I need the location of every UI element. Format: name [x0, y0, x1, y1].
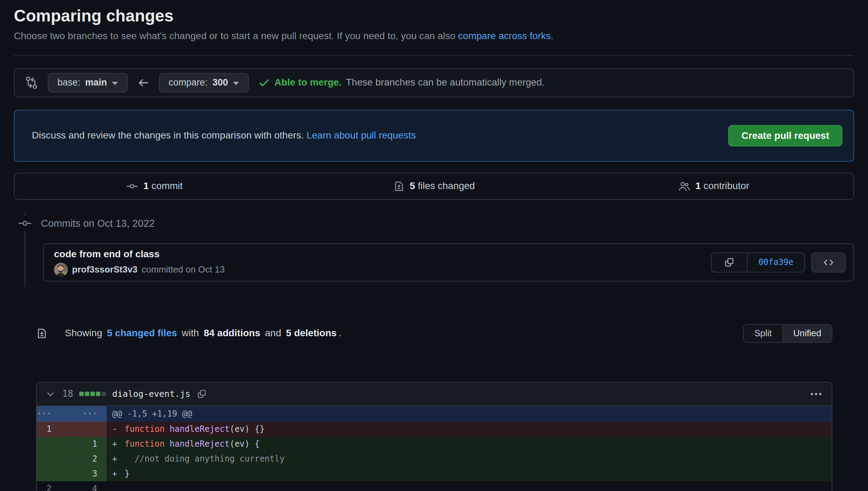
diff-row: 2+ //not doing anything currently — [37, 452, 832, 466]
git-commit-icon — [18, 216, 32, 231]
code-line: @@ -1,5 +1,19 @@ — [107, 406, 832, 422]
commits-date-title: Commits on Oct 13, 2022 — [41, 216, 155, 231]
merge-status-ok: Able to merge. — [274, 75, 342, 90]
banner-message: Discuss and review the changes in this c… — [32, 130, 307, 141]
showing-prefix: Showing — [65, 326, 105, 340]
copy-file-path-button[interactable] — [197, 389, 207, 399]
code-line: + //not doing anything currently — [107, 452, 832, 466]
compare-branch-dropdown[interactable]: compare: 300 — [159, 73, 249, 92]
chevron-down-icon[interactable] — [45, 389, 56, 400]
file-changes-count: 18 — [62, 387, 73, 401]
banner-text: Discuss and review the changes in this c… — [32, 128, 416, 143]
commit-sha-group: 00fa39e — [711, 252, 805, 273]
compare-branch-label: compare: — [169, 77, 208, 88]
old-line-number[interactable] — [37, 452, 72, 466]
new-line-number[interactable]: 3 — [72, 466, 107, 481]
new-line-number[interactable] — [72, 422, 107, 437]
diffstat-block — [90, 392, 95, 396]
base-branch-label: base: — [57, 77, 80, 88]
additions-count: 84 additions — [204, 326, 260, 340]
commits-label: commit — [152, 180, 183, 191]
base-branch-value: main — [85, 77, 107, 88]
comparison-stats-bar: 1 commit 5 files changed 1 contributor — [14, 173, 854, 200]
commit-author-link[interactable]: prof3ssorSt3v3 — [72, 263, 137, 276]
diff-marker: + — [112, 453, 125, 465]
code-icon — [822, 256, 835, 269]
code-line: +} — [107, 466, 832, 481]
commits-stat[interactable]: 1 commit — [15, 179, 294, 193]
code-token — [165, 423, 170, 435]
contributors-stat[interactable]: 1 contributor — [574, 179, 853, 193]
learn-about-pull-requests-link[interactable]: Learn about pull requests — [307, 130, 416, 141]
browse-repository-button[interactable] — [811, 252, 846, 273]
new-line-number[interactable]: 4 — [72, 481, 107, 491]
commits-group-header: Commits on Oct 13, 2022 — [14, 216, 854, 231]
subtitle-text: Choose two branches to see what’s change… — [14, 30, 458, 41]
new-line-number[interactable]: 2 — [72, 452, 107, 466]
stat-text: 1 contributor — [695, 179, 749, 193]
commit-title-link[interactable]: code from end of class — [54, 248, 225, 260]
merge-status: Able to merge. These branches can be aut… — [258, 75, 545, 90]
new-line-number[interactable]: ··· — [72, 406, 107, 422]
period-text: . — [339, 326, 342, 340]
diff-row: 3+} — [37, 466, 832, 481]
compare-across-forks-link[interactable]: compare across forks. — [458, 30, 553, 41]
compare-page: Comparing changes Choose two branches to… — [0, 6, 868, 491]
base-branch-dropdown[interactable]: base: main — [48, 73, 128, 92]
diff-row: 1-function handleReject(ev) {} — [37, 422, 832, 437]
new-line-number[interactable]: 1 — [72, 437, 107, 452]
files-count: 5 — [410, 180, 415, 191]
merge-status-detail: These branches can be automatically merg… — [346, 75, 544, 90]
commit-info: code from end of class prof3ssorSt3v3 — [54, 248, 225, 277]
check-icon — [258, 77, 270, 89]
arrow-left-icon — [137, 76, 150, 89]
code-token: (ev) {} — [229, 423, 264, 435]
commit-actions: 00fa39e — [711, 252, 846, 273]
diff-marker: + — [112, 438, 125, 450]
unified-view-button[interactable]: Unified — [782, 325, 832, 342]
files-changed-stat[interactable]: 5 files changed — [294, 179, 574, 193]
changed-files-link[interactable]: 5 changed files — [107, 326, 177, 340]
code-token: handleReject — [170, 438, 229, 450]
commit-sha-link[interactable]: 00fa39e — [748, 253, 804, 272]
split-view-button[interactable]: Split — [744, 325, 782, 342]
old-line-number[interactable] — [37, 466, 72, 481]
and-text: and — [262, 326, 284, 340]
file-diff-box: 18 dialog-event.js ······@@ -1,5 +1,19 @… — [36, 382, 832, 491]
copy-icon — [724, 257, 735, 268]
code-token: function — [125, 438, 165, 450]
files-section: Showing 5 changed files with 84 addition… — [36, 300, 832, 491]
people-icon — [678, 180, 690, 193]
old-line-number[interactable] — [37, 437, 72, 452]
diffstat-block — [101, 392, 106, 396]
diff-row: ······@@ -1,5 +1,19 @@ — [37, 406, 832, 422]
file-header: 18 dialog-event.js — [37, 383, 832, 406]
code-token: handleReject — [170, 423, 229, 435]
old-line-number[interactable]: ··· — [37, 406, 72, 422]
code-token: //not doing anything currently — [125, 453, 284, 465]
code-token: (ev) { — [229, 438, 260, 450]
avatar[interactable] — [54, 263, 68, 277]
commit-date-text: committed on Oct 13 — [142, 263, 225, 276]
kebab-menu-button[interactable] — [809, 390, 823, 399]
caret-down-icon — [233, 82, 239, 85]
contributors-count: 1 — [695, 180, 701, 191]
git-commit-icon — [126, 180, 138, 193]
file-diff-icon — [393, 180, 405, 192]
diff-marker: - — [112, 423, 125, 435]
code-token: @@ -1,5 +1,19 @@ — [112, 408, 192, 420]
old-line-number[interactable]: 1 — [37, 422, 72, 437]
old-line-number[interactable]: 2 — [37, 481, 72, 491]
commits-count: 1 — [143, 180, 149, 191]
create-pull-request-button[interactable]: Create pull request — [728, 125, 842, 146]
stat-text: 1 commit — [143, 179, 183, 193]
diff-view-toggle: Split Unified — [743, 324, 832, 343]
diffstat — [79, 392, 106, 396]
page-subtitle: Choose two branches to see what’s change… — [14, 29, 854, 43]
git-compare-icon — [24, 75, 39, 90]
file-name-link[interactable]: dialog-event.js — [112, 388, 190, 400]
showing-summary: Showing 5 changed files with 84 addition… — [36, 300, 341, 367]
copy-icon — [197, 389, 207, 399]
code-token: } — [125, 468, 129, 480]
copy-sha-button[interactable] — [712, 253, 748, 272]
